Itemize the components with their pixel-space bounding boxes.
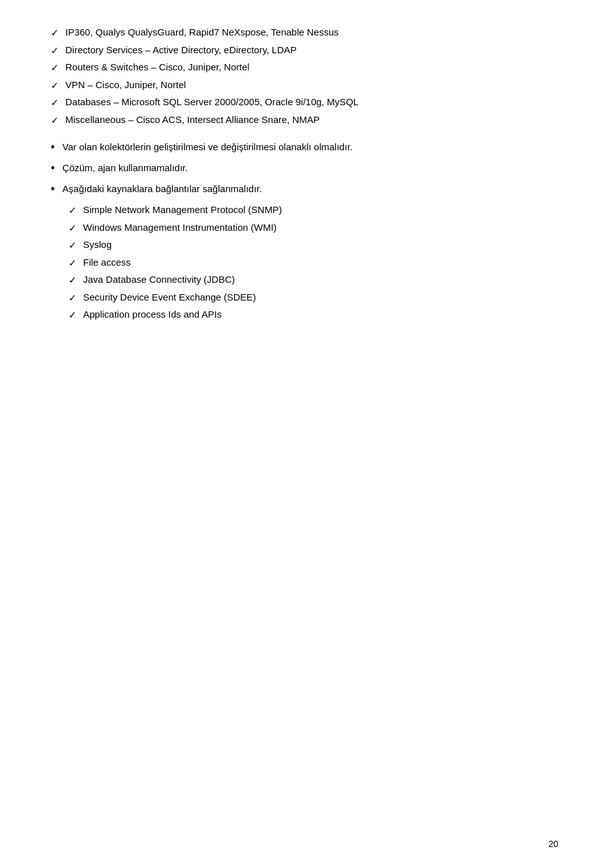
item-text: Java Database Connectivity (JDBC) bbox=[83, 273, 235, 287]
item-text: Aşağıdaki kaynaklara bağlantılar sağlanm… bbox=[62, 182, 261, 197]
bullet-icon: • bbox=[51, 181, 55, 198]
check-icon: ✓ bbox=[69, 204, 77, 218]
list-item: ✓ Miscellaneous – Cisco ACS, Intersect A… bbox=[51, 113, 558, 128]
main-checklist: ✓ IP360, Qualys QualysGuard, Rapid7 NeXs… bbox=[51, 25, 558, 127]
list-item: ✓ Windows Management Instrumentation (WM… bbox=[69, 221, 558, 236]
list-item: ✓ File access bbox=[69, 256, 558, 271]
list-item: ✓ VPN – Cisco, Juniper, Nortel bbox=[51, 78, 558, 93]
item-text: Routers & Switches – Cisco, Juniper, Nor… bbox=[65, 60, 249, 75]
check-icon: ✓ bbox=[69, 308, 77, 323]
item-text: IP360, Qualys QualysGuard, Rapid7 NeXspo… bbox=[65, 25, 339, 40]
item-text: Var olan kolektörlerin geliştirilmesi ve… bbox=[62, 140, 352, 155]
list-item: • Çözüm, ajan kullanmamalıdır. bbox=[51, 161, 558, 177]
check-icon: ✓ bbox=[51, 44, 59, 58]
item-text: Directory Services – Active Directory, e… bbox=[65, 43, 297, 58]
check-icon: ✓ bbox=[51, 61, 59, 75]
item-text: Çözüm, ajan kullanmamalıdır. bbox=[62, 161, 188, 176]
list-item: • Var olan kolektörlerin geliştirilmesi … bbox=[51, 140, 558, 156]
check-icon: ✓ bbox=[69, 221, 77, 236]
page-container: ✓ IP360, Qualys QualysGuard, Rapid7 NeXs… bbox=[0, 0, 609, 868]
list-item: • Aşağıdaki kaynaklara bağlantılar sağla… bbox=[51, 182, 558, 198]
list-item: ✓ Routers & Switches – Cisco, Juniper, N… bbox=[51, 60, 558, 75]
item-text: File access bbox=[83, 256, 131, 270]
item-text: Security Device Event Exchange (SDEE) bbox=[83, 290, 256, 305]
bullet-icon: • bbox=[51, 160, 55, 177]
list-item: ✓ Databases – Microsoft SQL Server 2000/… bbox=[51, 95, 558, 110]
list-item: ✓ Java Database Connectivity (JDBC) bbox=[69, 273, 558, 288]
item-text: Syslog bbox=[83, 238, 112, 252]
item-text: Simple Network Management Protocol (SNMP… bbox=[83, 203, 282, 217]
check-icon: ✓ bbox=[69, 238, 77, 253]
list-item: ✓ Security Device Event Exchange (SDEE) bbox=[69, 290, 558, 306]
page-number: 20 bbox=[548, 839, 558, 849]
bullet-list: • Var olan kolektörlerin geliştirilmesi … bbox=[51, 140, 558, 198]
bullet-icon: • bbox=[51, 139, 55, 156]
item-text: Databases – Microsoft SQL Server 2000/20… bbox=[65, 95, 358, 110]
list-item: ✓ IP360, Qualys QualysGuard, Rapid7 NeXs… bbox=[51, 25, 558, 41]
check-icon: ✓ bbox=[51, 26, 59, 41]
list-item: ✓ Directory Services – Active Directory,… bbox=[51, 43, 558, 58]
item-text: Windows Management Instrumentation (WMI) bbox=[83, 221, 277, 235]
list-item: ✓ Simple Network Management Protocol (SN… bbox=[69, 203, 558, 218]
check-icon: ✓ bbox=[51, 79, 59, 93]
check-icon: ✓ bbox=[51, 96, 59, 110]
sub-checklist: ✓ Simple Network Management Protocol (SN… bbox=[69, 203, 558, 323]
check-icon: ✓ bbox=[51, 113, 59, 128]
item-text: Miscellaneous – Cisco ACS, Intersect All… bbox=[65, 113, 320, 127]
check-icon: ✓ bbox=[69, 256, 77, 271]
list-item: ✓ Application process Ids and APIs bbox=[69, 308, 558, 323]
check-icon: ✓ bbox=[69, 291, 77, 306]
item-text: VPN – Cisco, Juniper, Nortel bbox=[65, 78, 186, 93]
list-item: ✓ Syslog bbox=[69, 238, 558, 253]
item-text: Application process Ids and APIs bbox=[83, 308, 221, 322]
check-icon: ✓ bbox=[69, 273, 77, 288]
